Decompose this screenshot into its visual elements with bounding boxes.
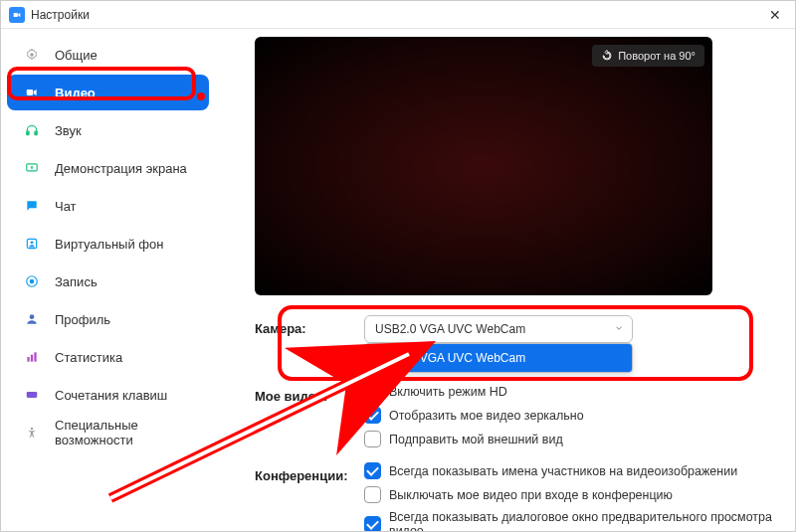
svg-point-9 — [30, 314, 35, 319]
sidebar-item-label: Профиль — [55, 312, 110, 327]
svg-rect-11 — [31, 355, 33, 362]
rotate-icon — [601, 50, 613, 62]
svg-point-6 — [31, 241, 34, 244]
sidebar-item-shortcuts[interactable]: Сочетания клавиш — [7, 377, 209, 413]
check-label: Включить режим HD — [389, 385, 507, 399]
sidebar-item-label: Демонстрация экрана — [55, 161, 187, 176]
content-pane: Поворот на 90° Камера: USB2.0 VGA UVC We… — [215, 29, 795, 531]
sidebar-item-audio[interactable]: Звук — [7, 112, 209, 148]
stats-icon — [21, 346, 43, 368]
svg-rect-13 — [27, 392, 38, 398]
svg-rect-12 — [34, 352, 36, 361]
camera-selected-value: USB2.0 VGA UVC WebCam — [375, 322, 525, 336]
svg-rect-10 — [27, 357, 29, 362]
myvideo-row: Мое видео: Включить режим HD Отобразить … — [255, 383, 775, 454]
video-preview: Поворот на 90° — [255, 37, 712, 295]
record-icon — [21, 270, 43, 292]
chat-icon — [21, 195, 43, 217]
check-label: Выключать мое видео при входе в конферен… — [389, 488, 673, 502]
sidebar-item-profile[interactable]: Профиль — [7, 301, 209, 337]
conference-label: Конференции: — [255, 462, 364, 483]
sidebar-item-share[interactable]: Демонстрация экрана — [7, 150, 209, 186]
share-screen-icon — [21, 157, 43, 179]
chevron-down-icon — [614, 322, 624, 336]
accessibility-icon — [21, 422, 43, 443]
sidebar-item-label: Видео — [55, 86, 96, 100]
headphones-icon — [21, 119, 43, 141]
titlebar: Настройки ✕ — [1, 1, 795, 29]
svg-rect-3 — [35, 131, 37, 135]
sidebar-item-label: Специальные возможности — [55, 418, 195, 447]
keyboard-icon — [21, 384, 43, 406]
video-icon — [21, 82, 43, 103]
rotate-button[interactable]: Поворот на 90° — [592, 45, 704, 67]
camera-row: Камера: USB2.0 VGA UVC WebCam USB2.0 VGA… — [255, 315, 775, 377]
sidebar-item-label: Общие — [55, 48, 98, 63]
checkbox-icon — [364, 383, 381, 400]
camera-label: Камера: — [255, 315, 364, 336]
camera-dropdown: USB2.0 VGA UVC WebCam — [364, 343, 633, 373]
sidebar-item-vbg[interactable]: Виртуальный фон — [7, 226, 209, 262]
sidebar-item-record[interactable]: Запись — [7, 264, 209, 299]
check-label: Всегда показывать диалоговое окно предва… — [389, 510, 775, 531]
check-mirror[interactable]: Отобразить мое видео зеркально — [364, 407, 775, 424]
check-label: Всегда показывать имена участников на ви… — [389, 464, 737, 478]
myvideo-label: Мое видео: — [255, 383, 364, 404]
checkbox-icon — [364, 486, 381, 503]
camera-option[interactable]: USB2.0 VGA UVC WebCam — [365, 344, 632, 372]
check-off[interactable]: Выключать мое видео при входе в конферен… — [364, 486, 775, 503]
check-touchup[interactable]: Подправить мой внешний вид — [364, 431, 775, 447]
svg-point-0 — [30, 53, 34, 57]
sidebar-item-stats[interactable]: Статистика — [7, 339, 209, 375]
check-label: Подправить мой внешний вид — [389, 433, 563, 446]
virtual-bg-icon — [21, 233, 43, 255]
sidebar-item-video[interactable]: Видео — [7, 75, 209, 110]
sidebar-item-label: Звук — [55, 123, 82, 138]
close-button[interactable]: ✕ — [763, 5, 787, 25]
sidebar: Общие Видео Звук Демонстрация экрана Чат… — [1, 29, 215, 531]
checkbox-checked-icon — [364, 462, 381, 479]
sidebar-item-label: Виртуальный фон — [55, 237, 163, 252]
check-label: Отобразить мое видео зеркально — [389, 409, 584, 423]
camera-select[interactable]: USB2.0 VGA UVC WebCam — [364, 315, 633, 343]
gear-icon — [21, 44, 43, 66]
sidebar-item-chat[interactable]: Чат — [7, 188, 209, 224]
checkbox-checked-icon — [364, 516, 381, 532]
check-names[interactable]: Всегда показывать имена участников на ви… — [364, 462, 775, 479]
sidebar-item-label: Запись — [55, 274, 98, 289]
sidebar-item-label: Статистика — [55, 350, 122, 365]
profile-icon — [21, 308, 43, 330]
sidebar-item-label: Сочетания клавиш — [55, 388, 167, 403]
conference-row: Конференции: Всегда показывать имена уча… — [255, 462, 775, 531]
rotate-label: Поворот на 90° — [618, 50, 696, 62]
svg-point-14 — [31, 428, 33, 430]
checkbox-checked-icon — [364, 407, 381, 424]
sidebar-item-general[interactable]: Общие — [7, 37, 209, 73]
check-dialog[interactable]: Всегда показывать диалоговое окно предва… — [364, 510, 775, 531]
sidebar-item-accessibility[interactable]: Специальные возможности — [7, 415, 209, 450]
sidebar-item-label: Чат — [55, 199, 77, 214]
svg-rect-2 — [27, 131, 29, 135]
svg-rect-1 — [27, 89, 33, 95]
svg-point-8 — [30, 279, 35, 284]
check-hd[interactable]: Включить режим HD — [364, 383, 775, 400]
window-title: Настройки — [31, 8, 90, 22]
app-icon — [9, 7, 25, 23]
camera-option-label: USB2.0 VGA UVC WebCam — [375, 351, 525, 365]
checkbox-icon — [364, 431, 381, 447]
